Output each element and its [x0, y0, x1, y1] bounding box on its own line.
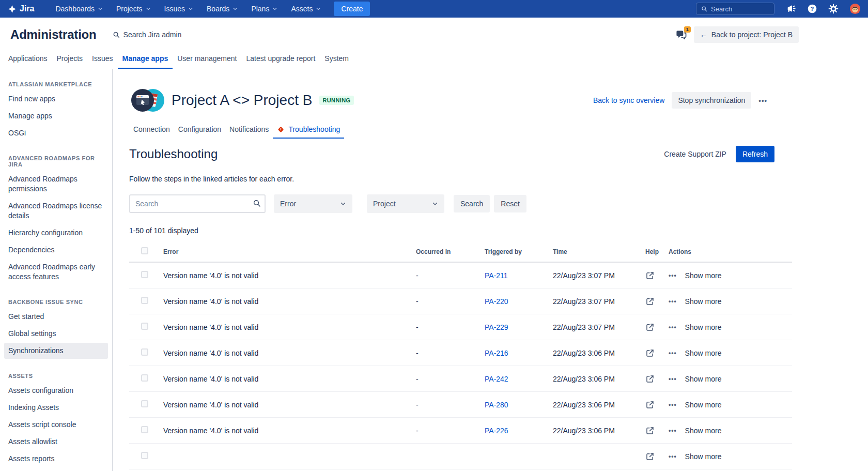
row-checkbox[interactable] — [141, 452, 148, 459]
show-more-button[interactable]: Show more — [685, 452, 722, 461]
row-checkbox[interactable] — [141, 271, 148, 278]
select-all-checkbox[interactable] — [141, 247, 148, 254]
sidebar-item-hierarchy-configuration[interactable]: Hierarchy configuration — [4, 225, 108, 241]
sidebar-item-assets-allowlist[interactable]: Assets allowlist — [4, 434, 108, 450]
show-more-button[interactable]: Show more — [685, 427, 722, 435]
row-checkbox[interactable] — [141, 426, 148, 433]
nav-item-dashboards[interactable]: Dashboards — [49, 0, 110, 18]
issue-link[interactable]: PA-229 — [485, 323, 508, 331]
error-search-input[interactable] — [129, 194, 266, 213]
nav-item-assets[interactable]: Assets — [284, 0, 328, 18]
time-cell: 22/Aug/23 3:07 PM — [553, 271, 645, 280]
show-more-button[interactable]: Show more — [685, 375, 722, 383]
nav-item-issues[interactable]: Issues — [158, 0, 200, 18]
create-support-zip-button[interactable]: Create Support ZIP — [664, 150, 726, 158]
back-to-project-button[interactable]: ← Back to project: Project B — [694, 26, 799, 43]
row-checkbox[interactable] — [141, 323, 148, 330]
sidebar-section-title: ATLASSIAN MARKETPLACE — [0, 81, 112, 87]
admin-tab-user-management[interactable]: User management — [173, 54, 241, 69]
sidebar-item-advanced-roadmaps-license-details[interactable]: Advanced Roadmaps license details — [4, 198, 108, 224]
admin-tab-projects[interactable]: Projects — [52, 54, 88, 69]
global-search[interactable] — [696, 3, 774, 15]
create-button[interactable]: Create — [334, 2, 370, 16]
sidebar-item-get-started[interactable]: Get started — [4, 309, 108, 325]
admin-tab-system[interactable]: System — [320, 54, 353, 69]
sidebar-item-dependencies[interactable]: Dependencies — [4, 242, 108, 258]
sidebar-item-assets-script-console[interactable]: Assets script console — [4, 417, 108, 433]
sidebar-item-assets-configuration[interactable]: Assets configuration — [4, 383, 108, 399]
refresh-button[interactable]: Refresh — [736, 146, 774, 162]
project-filter-dropdown[interactable]: Project — [367, 194, 444, 213]
sidebar-item-find-new-apps[interactable]: Find new apps — [4, 91, 108, 107]
open-in-new-icon[interactable] — [645, 271, 655, 280]
filter-search-button[interactable]: Search — [454, 195, 490, 212]
row-more-actions-button[interactable]: ••• — [669, 350, 677, 357]
sync-tab-configuration[interactable]: Configuration — [174, 125, 225, 139]
open-in-new-icon[interactable] — [645, 323, 655, 332]
stop-synchronization-button[interactable]: Stop synchronization — [672, 92, 751, 109]
open-in-new-icon[interactable] — [645, 400, 655, 409]
error-cell: Version name '4.0' is not valid — [163, 323, 416, 331]
row-more-actions-button[interactable]: ••• — [669, 298, 677, 305]
sidebar-item-advanced-roadmaps-permissions[interactable]: Advanced Roadmaps permissions — [4, 171, 108, 197]
search-jira-admin-button[interactable]: Search Jira admin — [113, 31, 182, 39]
nav-item-boards[interactable]: Boards — [200, 0, 244, 18]
open-in-new-icon[interactable] — [645, 426, 655, 435]
help-button[interactable]: ? — [807, 4, 817, 14]
open-in-new-icon[interactable] — [645, 297, 655, 306]
open-in-new-icon[interactable] — [645, 452, 655, 461]
open-in-new-icon[interactable] — [645, 348, 655, 358]
nav-item-plans[interactable]: Plans — [244, 0, 284, 18]
sidebar-item-synchronizations[interactable]: Synchronizations — [4, 343, 108, 359]
show-more-button[interactable]: Show more — [685, 323, 722, 331]
issue-link[interactable]: PA-211 — [485, 271, 508, 280]
announcement-button[interactable] — [785, 4, 796, 14]
row-more-actions-button[interactable]: ••• — [669, 375, 677, 383]
row-checkbox[interactable] — [141, 400, 148, 407]
sidebar-item-global-settings[interactable]: Global settings — [4, 326, 108, 342]
admin-tab-applications[interactable]: Applications — [4, 54, 52, 69]
row-more-actions-button[interactable]: ••• — [669, 427, 677, 434]
row-checkbox[interactable] — [141, 297, 148, 304]
user-avatar[interactable] — [849, 3, 861, 14]
show-more-button[interactable]: Show more — [685, 271, 722, 280]
issue-link[interactable]: PA-226 — [485, 427, 508, 435]
show-more-button[interactable]: Show more — [685, 297, 722, 306]
sync-tab-troubleshooting[interactable]: Troubleshooting — [273, 125, 344, 139]
notifications-button[interactable]: 1 — [675, 29, 687, 40]
row-more-actions-button[interactable]: ••• — [669, 272, 677, 279]
issue-link[interactable]: PA-216 — [485, 349, 508, 357]
time-cell: 22/Aug/23 3:06 PM — [553, 427, 645, 435]
admin-tab-manage-apps[interactable]: Manage apps — [118, 54, 173, 69]
open-in-new-icon[interactable] — [645, 374, 655, 384]
occurred-in-cell: - — [416, 375, 485, 383]
row-checkbox[interactable] — [141, 348, 148, 356]
sidebar-item-assets-reports[interactable]: Assets reports — [4, 451, 108, 467]
row-more-actions-button[interactable]: ••• — [669, 324, 677, 331]
sidebar-item-advanced-roadmaps-early-access-features[interactable]: Advanced Roadmaps early access features — [4, 259, 108, 285]
issue-link[interactable]: PA-280 — [485, 401, 508, 409]
admin-tab-issues[interactable]: Issues — [87, 54, 117, 69]
filter-reset-button[interactable]: Reset — [494, 195, 526, 212]
sync-more-actions-button[interactable]: ••• — [758, 97, 767, 104]
row-more-actions-button[interactable]: ••• — [669, 453, 677, 460]
row-checkbox[interactable] — [141, 374, 148, 382]
sidebar-item-indexing-assets[interactable]: Indexing Assets — [4, 400, 108, 416]
issue-link[interactable]: PA-220 — [485, 297, 508, 306]
occurred-in-cell: - — [416, 427, 485, 435]
settings-button[interactable] — [828, 4, 839, 14]
global-search-input[interactable] — [711, 5, 769, 13]
back-to-sync-overview-link[interactable]: Back to sync overview — [593, 96, 665, 104]
sync-tab-connection[interactable]: Connection — [129, 125, 174, 139]
show-more-button[interactable]: Show more — [685, 401, 722, 409]
row-more-actions-button[interactable]: ••• — [669, 401, 677, 408]
sidebar-item-manage-apps[interactable]: Manage apps — [4, 108, 108, 124]
nav-item-projects[interactable]: Projects — [110, 0, 158, 18]
sync-tab-notifications[interactable]: Notifications — [225, 125, 273, 139]
admin-tab-latest-upgrade-report[interactable]: Latest upgrade report — [241, 54, 320, 69]
show-more-button[interactable]: Show more — [685, 349, 722, 357]
issue-link[interactable]: PA-242 — [485, 375, 508, 383]
error-filter-dropdown[interactable]: Error — [274, 194, 352, 213]
sidebar-item-osgi[interactable]: OSGi — [4, 125, 108, 141]
jira-logo[interactable]: Jira — [7, 4, 34, 14]
